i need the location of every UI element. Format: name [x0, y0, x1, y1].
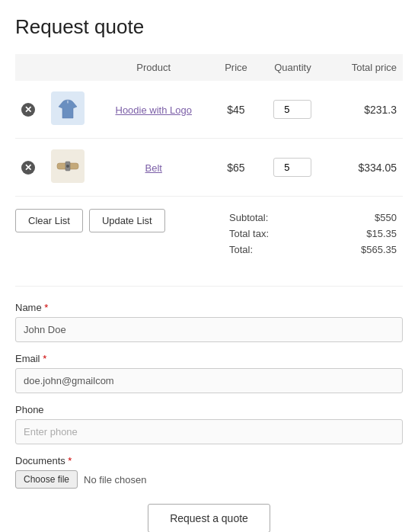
total-cell: $231.3 — [327, 81, 404, 139]
product-image-cell — [41, 139, 94, 197]
tax-row: Total tax: $15.35 — [229, 228, 397, 239]
clear-list-button[interactable]: Clear List — [15, 209, 83, 232]
col-price-header: Price — [212, 54, 259, 81]
documents-label: Documents * — [15, 455, 403, 466]
documents-group: Documents * Choose file No file chosen — [15, 455, 403, 489]
quantity-cell — [259, 81, 326, 139]
name-input[interactable] — [15, 317, 403, 342]
col-remove-header — [15, 54, 41, 81]
remove-icon: ✕ — [21, 103, 35, 117]
choose-file-button[interactable]: Choose file — [15, 470, 78, 489]
table-row: ✕ Belt $65 $334.05 — [15, 139, 403, 197]
email-group: Email * — [15, 353, 403, 393]
tax-value: $15.35 — [366, 228, 397, 239]
svg-point-4 — [66, 165, 69, 168]
phone-input[interactable] — [15, 419, 403, 444]
submit-section: Request a quote — [15, 504, 403, 532]
action-buttons: Clear List Update List — [15, 209, 165, 232]
remove-cell: ✕ — [15, 81, 41, 139]
subtotal-label: Subtotal: — [229, 212, 268, 223]
tax-label: Total tax: — [229, 228, 269, 239]
page-title: Request quote — [15, 15, 403, 39]
quantity-input[interactable] — [273, 100, 311, 119]
table-header-row: Product Price Quantity Total price — [15, 54, 403, 81]
subtotal-row: Subtotal: $550 — [229, 212, 397, 223]
total-row: Total: $565.35 — [229, 244, 397, 255]
request-quote-button[interactable]: Request a quote — [148, 504, 270, 532]
total-label: Total: — [229, 244, 253, 255]
quantity-cell — [259, 139, 326, 197]
file-input-row: Choose file No file chosen — [15, 470, 403, 489]
product-link[interactable]: Hoodie with Logo — [116, 104, 192, 116]
phone-label: Phone — [15, 404, 403, 415]
email-input[interactable] — [15, 368, 403, 393]
remove-cell: ✕ — [15, 139, 41, 197]
price-cell: $45 — [212, 81, 259, 139]
price-cell: $65 — [212, 139, 259, 197]
update-list-button[interactable]: Update List — [89, 209, 165, 232]
email-label: Email * — [15, 353, 403, 364]
subtotal-value: $550 — [375, 212, 397, 223]
col-product-header: Product — [94, 54, 212, 81]
product-image-cell — [41, 81, 94, 139]
product-name-cell: Belt — [94, 139, 212, 197]
product-link[interactable]: Belt — [145, 162, 162, 174]
col-total-header: Total price — [327, 54, 404, 81]
product-name-cell: Hoodie with Logo — [94, 81, 212, 139]
quantity-input[interactable] — [273, 158, 311, 177]
total-value: $565.35 — [361, 244, 397, 255]
quote-form: Name * Email * Phone Documents * Choose … — [15, 286, 403, 489]
table-row: ✕ Hoodie with Logo $45 $231.3 — [15, 81, 403, 139]
quote-table: Product Price Quantity Total price ✕ Hoo… — [15, 54, 403, 197]
name-label: Name * — [15, 302, 403, 313]
name-group: Name * — [15, 302, 403, 342]
col-quantity-header: Quantity — [259, 54, 326, 81]
file-no-chosen: No file chosen — [84, 474, 146, 486]
remove-item-button[interactable]: ✕ — [21, 161, 35, 175]
total-cell: $334.05 — [327, 139, 404, 197]
order-summary: Subtotal: $550 Total tax: $15.35 Total: … — [223, 204, 403, 263]
col-image-header — [41, 54, 94, 81]
remove-item-button[interactable]: ✕ — [21, 103, 35, 117]
phone-group: Phone — [15, 404, 403, 444]
remove-icon: ✕ — [21, 161, 35, 175]
